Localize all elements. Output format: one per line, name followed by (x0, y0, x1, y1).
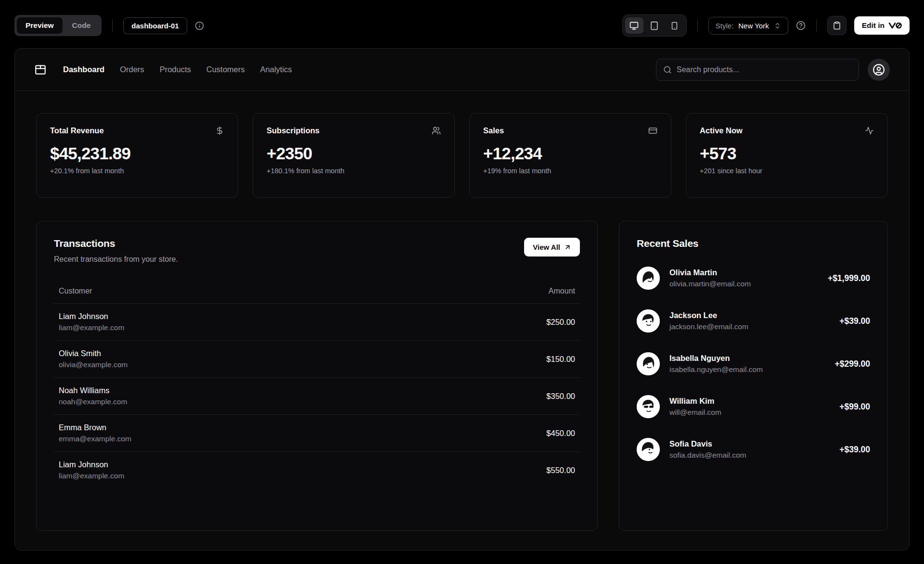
recent-sales-title: Recent Sales (637, 238, 870, 249)
sale-customer-email: will@email.com (669, 408, 830, 417)
nav-item-customers[interactable]: Customers (205, 63, 246, 76)
activity-icon (865, 126, 874, 135)
users-icon (432, 126, 441, 135)
table-row[interactable]: Olivia Smitholivia@example.com $150.00 (54, 341, 580, 378)
sale-customer-name: Isabella Nguyen (669, 354, 825, 363)
edit-in-v0-button[interactable]: Edit in (854, 16, 910, 35)
sale-amount: +$39.00 (839, 316, 870, 326)
sale-customer-email: isabella.nguyen@email.com (669, 365, 825, 374)
store-package-icon[interactable] (34, 64, 47, 76)
code-tab[interactable]: Code (64, 17, 100, 34)
stat-change: +19% from last month (483, 167, 657, 175)
stat-cards-row: Total Revenue $45,231.89 +20.1% from las… (36, 113, 888, 198)
sale-customer-name: Sofia Davis (669, 439, 830, 449)
toolbar-divider (816, 19, 817, 32)
dashboard-content: Total Revenue $45,231.89 +20.1% from las… (15, 91, 909, 550)
list-item[interactable]: Isabella Nguyen isabella.nguyen@email.co… (637, 352, 870, 375)
customer-name: Liam Johnson (59, 460, 408, 469)
sale-customer-email: jackson.lee@email.com (669, 322, 830, 331)
dollar-sign-icon (215, 126, 224, 135)
list-item[interactable]: Jackson Lee jackson.lee@email.com +$39.0… (637, 309, 870, 333)
transaction-amount: $250.00 (546, 318, 575, 326)
stat-value: +2350 (267, 144, 441, 163)
avatar (637, 395, 660, 418)
view-toggle-group: Preview Code (14, 15, 102, 36)
transactions-subtitle: Recent transactions from your store. (54, 255, 178, 264)
list-item[interactable]: William Kim will@email.com +$99.00 (637, 395, 870, 418)
sale-customer-name: Jackson Lee (669, 311, 830, 320)
avatar (637, 438, 660, 461)
transactions-table: Customer Amount Liam Johnsonliam@example… (54, 281, 580, 488)
view-all-button[interactable]: View All (524, 238, 580, 256)
transactions-title: Transactions (54, 238, 178, 249)
style-value: New York (738, 22, 769, 30)
sale-amount: +$99.00 (839, 402, 870, 412)
stat-card-subscriptions: Subscriptions +2350 +180.1% from last mo… (253, 113, 455, 198)
arrow-up-right-icon (564, 244, 571, 251)
customer-email: liam@example.com (59, 472, 408, 480)
sale-amount: +$299.00 (835, 359, 870, 369)
dashboard-navbar: Dashboard Orders Products Customers Anal… (15, 49, 909, 91)
stat-title: Total Revenue (50, 126, 104, 135)
customer-name: Olivia Smith (59, 349, 408, 358)
stat-title: Sales (483, 126, 504, 135)
nav-item-orders[interactable]: Orders (119, 63, 145, 76)
transaction-amount: $450.00 (546, 429, 575, 437)
style-select[interactable]: Style: New York (708, 17, 788, 35)
recent-sales-card: Recent Sales Olivia Martin olivia.martin… (619, 221, 888, 531)
style-label: Style: (716, 22, 734, 30)
clipboard-icon[interactable] (827, 16, 847, 35)
view-all-label: View All (533, 243, 560, 251)
nav-item-analytics[interactable]: Analytics (259, 63, 293, 76)
sale-customer-name: Olivia Martin (669, 268, 818, 277)
customer-email: emma@example.com (59, 435, 408, 443)
v0-logo-icon (888, 22, 902, 29)
smartphone-icon[interactable] (666, 17, 684, 34)
user-menu-button[interactable] (868, 59, 890, 81)
nav-item-dashboard[interactable]: Dashboard (62, 63, 105, 76)
column-header-customer: Customer (54, 281, 413, 304)
stat-value: +573 (700, 144, 874, 163)
top-toolbar: Preview Code dashboard-01 Style: New Yor… (0, 0, 924, 48)
customer-name: Liam Johnson (59, 312, 408, 321)
stat-value: $45,231.89 (50, 144, 224, 163)
table-row[interactable]: Liam Johnsonliam@example.com $550.00 (54, 452, 580, 489)
transactions-card: Transactions Recent transactions from yo… (36, 221, 598, 531)
tablet-icon[interactable] (645, 17, 664, 34)
preview-tab[interactable]: Preview (17, 17, 63, 34)
device-size-toggle (622, 14, 687, 37)
sale-customer-email: sofia.davis@email.com (669, 451, 830, 460)
customer-email: olivia@example.com (59, 360, 408, 369)
toolbar-divider (697, 19, 698, 32)
search-products-box (656, 59, 859, 81)
recent-sales-list: Olivia Martin olivia.martin@email.com +$… (637, 267, 870, 461)
stat-card-sales: Sales +12,234 +19% from last month (469, 113, 671, 198)
sale-customer-name: William Kim (669, 397, 830, 406)
list-item[interactable]: Olivia Martin olivia.martin@email.com +$… (637, 267, 870, 290)
sale-amount: +$39.00 (839, 445, 870, 455)
stat-card-total-revenue: Total Revenue $45,231.89 +20.1% from las… (36, 113, 238, 198)
table-row[interactable]: Emma Brownemma@example.com $450.00 (54, 415, 580, 452)
stat-change: +180.1% from last month (267, 167, 441, 175)
avatar (637, 267, 660, 290)
avatar (637, 309, 660, 333)
table-row[interactable]: Noah Williamsnoah@example.com $350.00 (54, 378, 580, 415)
table-row[interactable]: Liam Johnsonliam@example.com $250.00 (54, 304, 580, 341)
stat-title: Active Now (700, 126, 743, 135)
list-item[interactable]: Sofia Davis sofia.davis@email.com +$39.0… (637, 438, 870, 461)
credit-card-icon (648, 126, 657, 135)
help-icon[interactable] (796, 21, 806, 30)
search-input[interactable] (677, 65, 852, 74)
stat-value: +12,234 (483, 144, 657, 163)
info-icon[interactable] (195, 21, 204, 30)
transaction-amount: $550.00 (546, 466, 575, 474)
transaction-amount: $350.00 (546, 392, 575, 400)
sale-amount: +$1,999.00 (828, 273, 870, 283)
desktop-icon[interactable] (625, 17, 643, 34)
search-icon (663, 65, 672, 74)
block-name-badge[interactable]: dashboard-01 (123, 17, 187, 34)
customer-name: Emma Brown (59, 423, 408, 432)
edit-in-label: Edit in (862, 21, 885, 30)
nav-item-products[interactable]: Products (159, 63, 192, 76)
avatar (637, 352, 660, 375)
